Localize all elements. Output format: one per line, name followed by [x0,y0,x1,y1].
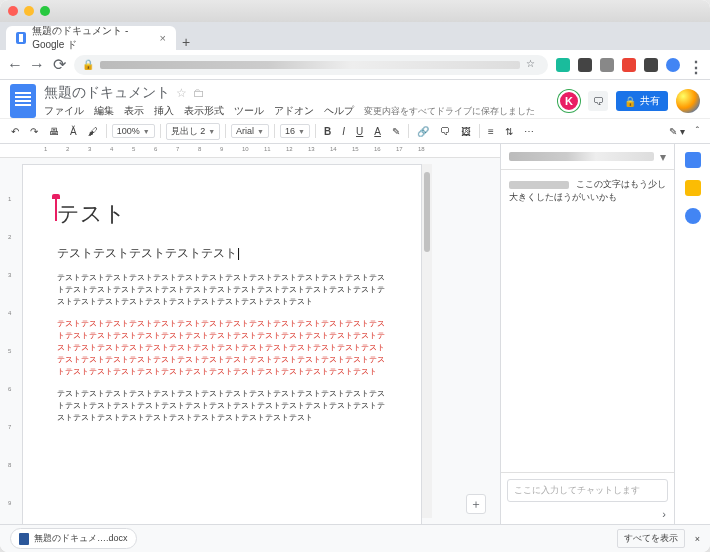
vertical-scrollbar[interactable] [422,164,432,518]
collapse-toolbar-icon[interactable]: ˆ [693,124,702,139]
chat-expand-icon[interactable]: › [501,508,674,524]
extension-icon[interactable] [622,58,636,72]
font-select[interactable]: Arial▼ [231,124,269,138]
underline-button[interactable]: U [353,124,366,139]
reload-icon[interactable]: ⟳ [52,58,66,72]
side-rail [674,144,710,524]
close-downloads-icon[interactable]: × [695,534,700,544]
document-page[interactable]: テスト テストテストテストテストテスト テストテストテストテストテストテストテス… [22,164,422,524]
format-toolbar: ↶ ↷ 🖶 Ă 🖌 100%▼ 見出し 2▼ Arial▼ 16▼ B I U … [0,118,710,144]
undo-icon[interactable]: ↶ [8,124,22,139]
style-select[interactable]: 見出し 2▼ [166,123,220,140]
zoom-select[interactable]: 100%▼ [112,124,155,138]
browser-toolbar: ← → ⟳ 🔒 ☆ ⋮ [0,50,710,80]
close-window-icon[interactable] [8,6,18,16]
menu-tools[interactable]: ツール [234,104,264,118]
chat-header[interactable]: ▾ [501,144,674,170]
text-color-icon[interactable]: A [371,124,384,139]
close-icon[interactable]: ▾ [660,150,666,164]
document-scroll[interactable]: テスト テストテストテストテストテスト テストテストテストテストテストテストテス… [0,158,500,524]
browser-tabstrip: 無題のドキュメント - Google ド × + [0,22,710,50]
downloads-bar: 無題のドキュメ….docx すべてを表示 × [0,524,710,552]
docs-logo-icon[interactable] [10,84,36,118]
menu-help[interactable]: ヘルプ [324,104,354,118]
address-bar[interactable]: 🔒 ☆ [74,55,548,75]
tab-title: 無題のドキュメント - Google ド [32,24,153,52]
docs-header: 無題のドキュメント ☆ 🗀 ファイル 編集 表示 挿入 表示形式 ツール アドオ… [0,80,710,118]
browser-menu-icon[interactable]: ⋮ [688,58,702,72]
menu-addons[interactable]: アドオン [274,104,314,118]
heading-1: テスト [57,197,387,230]
highlight-icon[interactable]: ✎ [389,124,403,139]
extension-icon[interactable] [556,58,570,72]
editing-mode-icon[interactable]: ✎ ▾ [666,124,688,139]
chat-sender-name [509,181,569,189]
comment-icon[interactable]: 🗨 [437,124,453,139]
horizontal-ruler[interactable]: 123456789101112131415161718 [0,144,500,158]
paragraph[interactable]: テストテストテストテストテストテストテストテストテストテストテストテストテストテ… [57,388,387,424]
more-icon[interactable]: ⋯ [521,124,537,139]
extension-icon[interactable] [578,58,592,72]
line-spacing-icon[interactable]: ⇅ [502,124,516,139]
menu-view[interactable]: 表示 [124,104,144,118]
extension-icon[interactable] [644,58,658,72]
link-icon[interactable]: 🔗 [414,124,432,139]
editor-area: 123456789101112131415161718 12345678910 … [0,144,500,524]
close-tab-icon[interactable]: × [160,32,166,44]
print-icon[interactable]: 🖶 [46,124,62,139]
menu-format[interactable]: 表示形式 [184,104,224,118]
paint-format-icon[interactable]: 🖌 [85,124,101,139]
add-comment-button[interactable]: ＋ [466,494,486,514]
star-icon[interactable]: ☆ [176,86,187,100]
download-filename: 無題のドキュメ….docx [34,532,128,545]
browser-tab[interactable]: 無題のドキュメント - Google ド × [6,26,176,50]
bookmark-icon[interactable]: ☆ [526,58,540,72]
menu-insert[interactable]: 挿入 [154,104,174,118]
align-icon[interactable]: ≡ [485,124,497,139]
fontsize-select[interactable]: 16▼ [280,124,310,138]
word-file-icon [19,533,29,545]
folder-icon[interactable]: 🗀 [193,86,205,100]
menu-edit[interactable]: 編集 [94,104,114,118]
chat-panel: ▾ ここの文字はもう少し大きくしたほうがいいかも ここに入力してチャットします … [500,144,674,524]
heading-2[interactable]: テストテストテストテストテスト [57,244,387,262]
tasks-icon[interactable] [685,208,701,224]
collaborator-avatar[interactable]: K [558,90,580,112]
save-status: 変更内容をすべてドライブに保存しました [364,105,535,118]
forward-icon[interactable]: → [30,58,44,72]
url-text [100,61,520,69]
account-avatar-icon[interactable] [676,89,700,113]
collaborator-cursor [55,199,57,221]
redo-icon[interactable]: ↷ [27,124,41,139]
italic-button[interactable]: I [339,124,348,139]
calendar-icon[interactable] [685,152,701,168]
download-chip[interactable]: 無題のドキュメ….docx [10,528,137,549]
maximize-window-icon[interactable] [40,6,50,16]
keep-icon[interactable] [685,180,701,196]
show-all-downloads-button[interactable]: すべてを表示 [617,529,685,548]
bold-button[interactable]: B [321,124,334,139]
chat-input[interactable]: ここに入力してチャットします [507,479,668,502]
minimize-window-icon[interactable] [24,6,34,16]
share-button[interactable]: 🔒 共有 [616,91,668,111]
vertical-ruler[interactable]: 12345678910 [4,158,18,524]
comments-button[interactable]: 🗨 [588,91,608,111]
document-title[interactable]: 無題のドキュメント [44,84,170,102]
extension-icon[interactable] [600,58,614,72]
docs-favicon-icon [16,32,26,44]
window-titlebar [0,0,710,22]
lock-icon: 🔒 [624,96,636,107]
new-tab-button[interactable]: + [176,34,196,50]
image-icon[interactable]: 🖼 [458,124,474,139]
menu-file[interactable]: ファイル [44,104,84,118]
menu-bar: ファイル 編集 表示 挿入 表示形式 ツール アドオン ヘルプ 変更内容をすべて… [44,104,550,118]
paragraph-red[interactable]: テストテストテストテストテストテストテストテストテストテストテストテストテストテ… [57,318,387,378]
paragraph[interactable]: テストテストテストテストテストテストテストテストテストテストテストテストテストテ… [57,272,387,308]
back-icon[interactable]: ← [8,58,22,72]
profile-avatar-icon[interactable] [666,58,680,72]
chat-messages: ここの文字はもう少し大きくしたほうがいいかも [501,170,674,472]
lock-icon: 🔒 [82,59,94,70]
spellcheck-icon[interactable]: Ă [67,124,80,139]
